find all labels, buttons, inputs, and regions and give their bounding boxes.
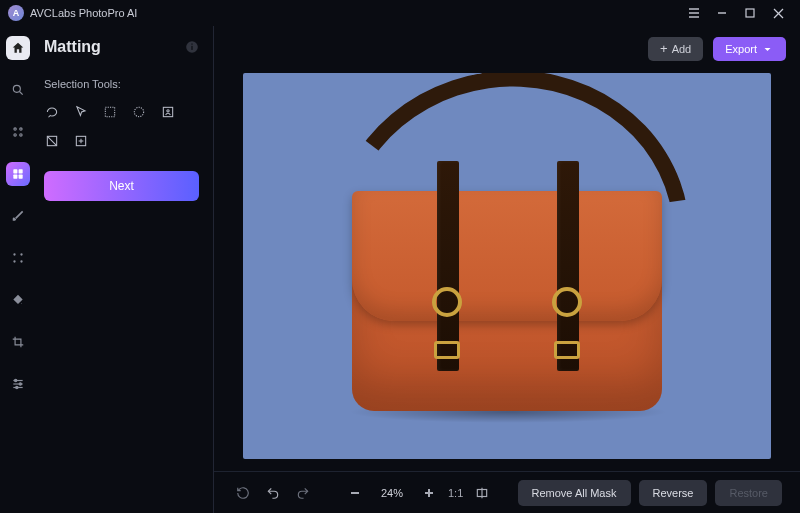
blur-icon[interactable] <box>6 246 30 270</box>
app-logo: A <box>8 5 24 21</box>
invert-select-icon[interactable] <box>44 133 60 149</box>
svg-point-8 <box>14 128 16 130</box>
svg-point-24 <box>19 383 21 385</box>
svg-point-10 <box>14 134 16 136</box>
zoom-out-icon[interactable] <box>344 482 366 504</box>
svg-point-32 <box>167 110 169 112</box>
subject-image <box>332 151 682 421</box>
magic-erase-icon[interactable] <box>6 204 30 228</box>
marquee-rect-icon[interactable] <box>102 104 118 120</box>
close-icon[interactable] <box>764 1 792 25</box>
tool-rail <box>0 26 36 513</box>
svg-rect-27 <box>191 46 192 50</box>
panel-title: Matting <box>44 38 101 56</box>
adjust-icon[interactable] <box>6 372 30 396</box>
app-title: AVCLabs PhotoPro AI <box>30 7 137 19</box>
next-button[interactable]: Next <box>44 171 199 201</box>
bottom-bar: 24% 1:1 Remove All Mask Reverse Restore <box>214 471 800 513</box>
zoom-in-icon[interactable] <box>418 482 440 504</box>
svg-point-18 <box>13 260 15 262</box>
matting-icon[interactable] <box>6 162 30 186</box>
selection-tool-row <box>44 104 199 149</box>
crop-icon[interactable] <box>6 330 30 354</box>
fit-screen-icon[interactable] <box>471 482 493 504</box>
menu-icon[interactable] <box>680 1 708 25</box>
marquee-ellipse-icon[interactable] <box>131 104 147 120</box>
app-body: Matting Selection Tools: Next +Add Expor… <box>0 26 800 513</box>
enhance-icon[interactable] <box>6 78 30 102</box>
add-button[interactable]: +Add <box>648 37 703 61</box>
svg-rect-13 <box>19 169 23 173</box>
refresh-icon[interactable] <box>232 482 254 504</box>
svg-point-16 <box>13 253 15 255</box>
restore-button[interactable]: Restore <box>715 480 782 506</box>
svg-rect-28 <box>191 44 192 45</box>
main-area: +Add Export 24% <box>214 26 800 513</box>
selection-tools-label: Selection Tools: <box>44 78 199 90</box>
svg-point-19 <box>20 260 22 262</box>
maximize-icon[interactable] <box>736 1 764 25</box>
export-button-label: Export <box>725 43 757 55</box>
undo-icon[interactable] <box>262 482 284 504</box>
svg-point-30 <box>134 107 143 116</box>
lasso-tool-icon[interactable] <box>44 104 60 120</box>
svg-rect-14 <box>13 175 17 179</box>
remove-all-mask-button[interactable]: Remove All Mask <box>518 480 631 506</box>
svg-rect-29 <box>105 107 114 116</box>
svg-point-17 <box>20 253 22 255</box>
top-action-bar: +Add Export <box>214 26 800 72</box>
home-icon[interactable] <box>6 36 30 60</box>
minimize-icon[interactable] <box>708 1 736 25</box>
canvas-wrap <box>214 72 800 471</box>
add-button-label: Add <box>672 43 692 55</box>
svg-point-7 <box>13 85 20 92</box>
fit-actual-button[interactable]: 1:1 <box>448 482 463 504</box>
pointer-tool-icon[interactable] <box>73 104 89 120</box>
redo-icon[interactable] <box>292 482 314 504</box>
svg-rect-4 <box>746 9 754 17</box>
svg-rect-12 <box>13 169 17 173</box>
svg-rect-15 <box>19 175 23 179</box>
chevron-down-icon <box>763 45 772 54</box>
svg-point-23 <box>15 379 17 381</box>
subject-select-icon[interactable] <box>160 104 176 120</box>
svg-point-11 <box>20 134 22 136</box>
add-select-icon[interactable] <box>73 133 89 149</box>
svg-point-9 <box>20 128 22 130</box>
paint-bucket-icon[interactable] <box>6 288 30 312</box>
info-icon[interactable] <box>185 40 199 54</box>
side-panel: Matting Selection Tools: Next <box>36 26 214 513</box>
export-button[interactable]: Export <box>713 37 786 61</box>
svg-point-25 <box>16 386 18 388</box>
reverse-button[interactable]: Reverse <box>639 480 708 506</box>
titlebar: A AVCLabs PhotoPro AI <box>0 0 800 26</box>
zoom-value: 24% <box>378 487 406 499</box>
ai-tools-icon[interactable] <box>6 120 30 144</box>
image-canvas[interactable] <box>243 73 771 459</box>
